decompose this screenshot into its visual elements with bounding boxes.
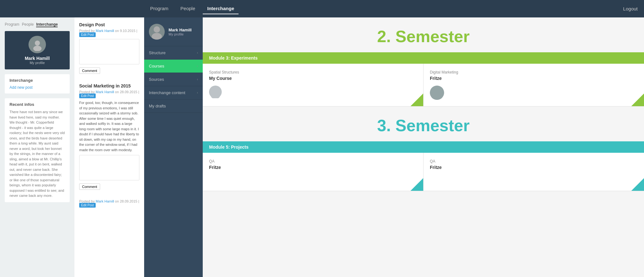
middle-sidebar: Mark Hamill My profile Structure ‹ Cours…	[144, 17, 203, 277]
module-3-bar: Module 3: Experiments	[203, 52, 644, 64]
chevron-icon: ‹	[197, 64, 198, 68]
svg-point-6	[434, 87, 440, 94]
course-avatar	[430, 86, 444, 100]
chevron-icon: ‹	[197, 91, 198, 94]
nav-people[interactable]: People	[176, 3, 200, 14]
svg-point-5	[211, 93, 220, 98]
post-meta: Posted by Mark Hamill on 28.09.2015 | Ed…	[79, 90, 139, 98]
post-meta: Posted by Mark Hamill on 28.09.2015 | Ed…	[79, 199, 139, 207]
user-avatar	[149, 24, 165, 40]
user-info: Mark Hamill My profile	[169, 28, 192, 36]
post-author-link[interactable]: Mark Hamill	[96, 199, 114, 203]
post-title: Design Post	[79, 22, 139, 27]
post-item: Design Post Posted by Mark Hamill on 9.1…	[79, 22, 139, 79]
mini-nav-program[interactable]: Program	[5, 22, 19, 27]
sidebar-item-courses[interactable]: Courses ‹	[144, 60, 203, 73]
course-name: Fritze	[209, 165, 417, 170]
edit-post-button[interactable]: Edit Post	[79, 203, 96, 208]
course-type: QA	[430, 159, 638, 164]
course-badge	[631, 178, 644, 191]
courses-grid-module3: Spatial Structures My Course Digital Mar…	[203, 64, 644, 106]
course-type: QA	[209, 159, 417, 164]
mini-nav-people[interactable]: People	[22, 22, 34, 27]
course-cell[interactable]: QA Fritze	[424, 153, 644, 191]
right-main-content: 2. Semester Module 3: Experiments Spatia…	[203, 17, 644, 277]
semester-3-heading: 3. Semester	[203, 106, 644, 141]
chevron-icon: ‹	[197, 78, 198, 81]
sidebar-item-structure[interactable]: Structure ‹	[144, 46, 203, 60]
sidebar-item-interchange-content[interactable]: Interchange content ‹	[144, 86, 203, 100]
profile-subtitle: My profile	[30, 61, 45, 65]
post-meta: Posted by Mark Hamill on 9.10.2015 | Edi…	[79, 29, 139, 36]
sidebar-item-my-drafts[interactable]: My drafts	[144, 100, 203, 113]
post-body: For good, too; though, in consequence of…	[79, 100, 139, 152]
recent-infos-title: Recent infos	[10, 102, 65, 107]
sidebar-item-sources[interactable]: Sources ‹	[144, 73, 203, 86]
comment-button[interactable]: Comment	[79, 68, 100, 74]
svg-point-2	[154, 26, 160, 33]
svg-point-1	[33, 46, 41, 51]
interchange-section: Interchange Add new post	[5, 74, 70, 93]
course-badge	[631, 93, 644, 106]
course-cell[interactable]: QA Fritze	[203, 153, 424, 191]
course-badge	[411, 178, 423, 191]
svg-point-3	[152, 33, 162, 40]
interchange-title: Interchange	[10, 78, 65, 83]
course-type: Digital Marketing	[430, 70, 638, 74]
course-badge	[411, 93, 423, 106]
main-container: Program People Interchange Mark Hamill M…	[0, 17, 644, 277]
course-name: My Course	[209, 76, 417, 81]
courses-grid-module5: QA Fritze QA Fritze	[203, 153, 644, 191]
inner-left-sidebar: Program People Interchange Mark Hamill M…	[0, 17, 74, 277]
post-item: Social Marketing in 2015 Posted by Mark …	[79, 83, 139, 195]
svg-point-0	[35, 41, 40, 46]
semester-2-heading: 2. Semester	[203, 17, 644, 52]
top-navigation: Program People Interchange Logout	[0, 0, 644, 17]
post-area: Design Post Posted by Mark Hamill on 9.1…	[74, 17, 144, 277]
mini-nav-interchange[interactable]: Interchange	[36, 22, 58, 27]
course-type: Spatial Structures	[209, 70, 417, 74]
post-title: Social Marketing in 2015	[79, 83, 139, 88]
user-profile-section: Mark Hamill My profile	[144, 17, 203, 46]
nav-interchange[interactable]: Interchange	[203, 3, 239, 14]
post-content-area	[79, 155, 139, 180]
profile-box: Mark Hamill My profile	[5, 31, 70, 69]
course-cell[interactable]: Digital Marketing Fritze	[424, 64, 644, 106]
sidebar-menu: Structure ‹ Courses ‹ Sources ‹ Intercha…	[144, 46, 203, 277]
edit-post-button[interactable]: Edit Post	[79, 93, 96, 98]
sidebar-user-profile-link[interactable]: My profile	[169, 32, 192, 36]
post-author-link[interactable]: Mark Hamill	[96, 90, 114, 94]
edit-post-button[interactable]: Edit Post	[79, 32, 96, 37]
nav-links: Program People Interchange	[146, 3, 239, 14]
svg-point-7	[432, 94, 442, 100]
recent-infos-box: Recent infos There have not been any sin…	[5, 98, 70, 202]
post-author-link[interactable]: Mark Hamill	[96, 29, 114, 33]
profile-name: Mark Hamill	[25, 56, 50, 61]
course-cell[interactable]: Spatial Structures My Course	[203, 64, 424, 106]
left-panel: Program People Interchange Mark Hamill M…	[0, 17, 144, 277]
comment-button[interactable]: Comment	[79, 184, 100, 190]
recent-infos-text: There have not been any since we have li…	[10, 109, 65, 198]
sidebar-user-name: Mark Hamill	[169, 28, 192, 32]
nav-program[interactable]: Program	[146, 3, 173, 14]
chevron-icon: ‹	[197, 51, 198, 55]
avatar	[29, 36, 46, 53]
course-name: Fritze	[430, 165, 638, 170]
post-item: Posted by Mark Hamill on 28.09.2015 | Ed…	[79, 199, 139, 207]
course-name: Fritze	[430, 76, 638, 81]
post-content-area	[79, 39, 139, 64]
logout-button[interactable]: Logout	[623, 6, 638, 11]
course-avatar	[209, 86, 222, 98]
module-5-bar: Module 5: Projects	[203, 141, 644, 153]
add-post-link[interactable]: Add new post	[10, 85, 65, 90]
svg-point-4	[213, 87, 218, 93]
